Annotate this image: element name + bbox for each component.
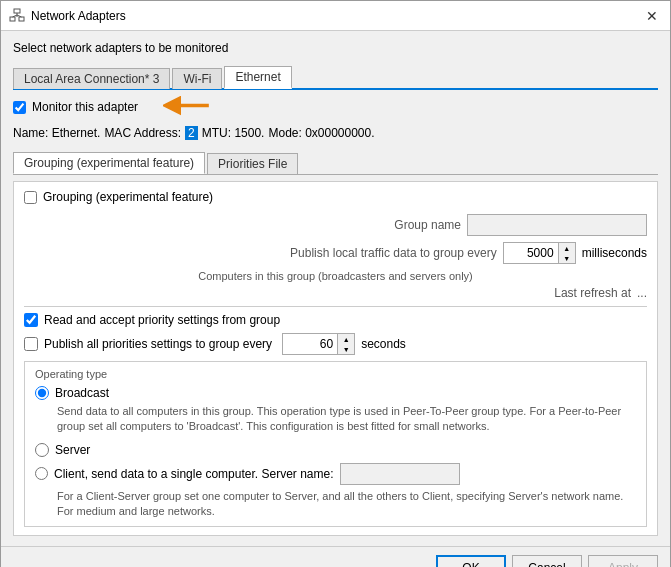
client-desc: For a Client-Server group set one comput… — [35, 489, 636, 520]
seconds-label: seconds — [361, 337, 406, 351]
read-priority-row: Read and accept priority settings from g… — [24, 313, 647, 327]
network-adapters-dialog: Network Adapters ✕ Select network adapte… — [0, 0, 671, 567]
group-name-input[interactable] — [467, 214, 647, 236]
adapter-tabs: Local Area Connection* 3 Wi-Fi Ethernet — [13, 65, 658, 90]
priority-spin-up[interactable]: ▲ — [338, 334, 354, 344]
network-icon — [9, 8, 25, 24]
monitor-adapter-checkbox[interactable] — [13, 101, 26, 114]
tab-lac3[interactable]: Local Area Connection* 3 — [13, 68, 170, 89]
mac-address-label: MAC Address: — [104, 126, 181, 140]
priority-spin-down[interactable]: ▼ — [338, 344, 354, 354]
publish-priority-checkbox[interactable] — [24, 337, 38, 351]
publish-priority-label: Publish all priorities settings to group… — [44, 337, 272, 351]
mac-address-value: 2 — [185, 126, 198, 140]
last-refresh-value: ... — [637, 286, 647, 300]
broadcast-label: Broadcast — [55, 386, 109, 400]
last-refresh-row: Last refresh at ... — [24, 286, 647, 300]
publish-local-row: Publish local traffic data to group ever… — [24, 242, 647, 264]
last-refresh-label: Last refresh at — [554, 286, 631, 300]
read-priority-checkbox[interactable] — [24, 313, 38, 327]
client-radio[interactable] — [35, 467, 48, 480]
svg-rect-0 — [14, 9, 20, 13]
sub-tab-priorities[interactable]: Priorities File — [207, 153, 298, 174]
main-content: Select network adapters to be monitored … — [1, 31, 670, 546]
publish-local-label: Publish local traffic data to group ever… — [290, 246, 497, 260]
select-label: Select network adapters to be monitored — [13, 41, 658, 55]
publish-priority-spin-buttons: ▲ ▼ — [337, 333, 355, 355]
server-label: Server — [55, 443, 90, 457]
publish-priority-input[interactable] — [282, 333, 337, 355]
publish-priority-row: Publish all priorities settings to group… — [24, 333, 647, 355]
grouping-checkbox-row: Grouping (experimental feature) — [24, 190, 647, 204]
separator-1 — [24, 306, 647, 307]
server-name-input[interactable] — [340, 463, 460, 485]
bottom-bar: OK Cancel Apply — [1, 546, 670, 567]
publish-spin-down[interactable]: ▼ — [559, 253, 575, 263]
mtu-label: MTU: 1500. — [202, 126, 265, 140]
close-button[interactable]: ✕ — [642, 6, 662, 26]
arrow-indicator — [163, 92, 213, 123]
arrow-icon — [163, 92, 213, 120]
group-name-row: Group name — [24, 214, 647, 236]
client-label: Client, send data to a single computer. … — [54, 467, 334, 481]
tab-wifi[interactable]: Wi-Fi — [172, 68, 222, 89]
title-bar: Network Adapters ✕ — [1, 1, 670, 31]
adapter-info-row: Name: Ethernet. MAC Address: 2 MTU: 1500… — [13, 124, 658, 142]
monitor-adapter-label: Monitor this adapter — [32, 100, 138, 114]
broadcast-radio-row: Broadcast — [35, 386, 636, 400]
read-priority-label: Read and accept priority settings from g… — [44, 313, 280, 327]
server-radio[interactable] — [35, 443, 49, 457]
ok-button[interactable]: OK — [436, 555, 506, 567]
monitor-adapter-row: Monitor this adapter — [13, 96, 658, 118]
cancel-button[interactable]: Cancel — [512, 555, 582, 567]
adapter-name-label: Name: Ethernet. — [13, 126, 100, 140]
group-name-label: Group name — [394, 218, 461, 232]
mode-label: Mode: 0x00000000. — [268, 126, 374, 140]
client-radio-row: Client, send data to a single computer. … — [35, 463, 636, 485]
grouping-feature-checkbox[interactable] — [24, 191, 37, 204]
publish-value-input[interactable] — [503, 242, 558, 264]
svg-rect-2 — [19, 17, 24, 21]
svg-rect-1 — [10, 17, 15, 21]
server-radio-row: Server — [35, 443, 636, 457]
operating-type-legend: Operating type — [35, 368, 636, 380]
computers-info: Computers in this group (broadcasters an… — [24, 270, 647, 282]
broadcast-radio[interactable] — [35, 386, 49, 400]
millis-label: milliseconds — [582, 246, 647, 260]
settings-panel: Grouping (experimental feature) Group na… — [13, 181, 658, 536]
sub-tab-grouping[interactable]: Grouping (experimental feature) — [13, 152, 205, 174]
publish-spin-up[interactable]: ▲ — [559, 243, 575, 253]
dialog-title: Network Adapters — [31, 9, 126, 23]
publish-spin-buttons: ▲ ▼ — [558, 242, 576, 264]
publish-priority-spinbox: ▲ ▼ — [282, 333, 355, 355]
broadcast-desc: Send data to all computers in this group… — [35, 404, 636, 435]
publish-spinbox: ▲ ▼ — [503, 242, 576, 264]
sub-tabs: Grouping (experimental feature) Prioriti… — [13, 152, 658, 175]
tab-ethernet[interactable]: Ethernet — [224, 66, 291, 89]
grouping-feature-label: Grouping (experimental feature) — [43, 190, 213, 204]
operating-type-group: Operating type Broadcast Send data to al… — [24, 361, 647, 527]
apply-button[interactable]: Apply — [588, 555, 658, 567]
title-bar-left: Network Adapters — [9, 8, 126, 24]
